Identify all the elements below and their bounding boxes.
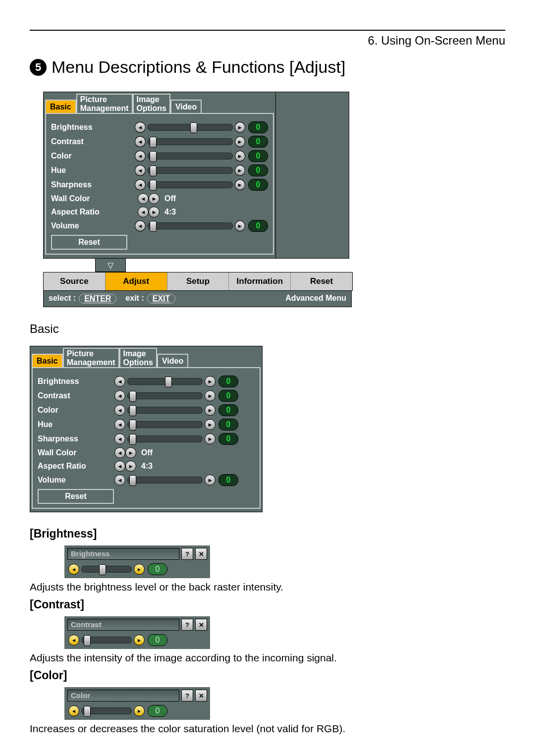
close-icon[interactable]: ✕ xyxy=(195,619,207,631)
slider-brightness[interactable] xyxy=(148,124,233,131)
arrow-left-icon[interactable]: ◂ xyxy=(114,475,125,486)
slider-color[interactable] xyxy=(81,707,132,714)
slider-brightness[interactable] xyxy=(127,378,203,385)
arrow-left-icon[interactable]: ◂ xyxy=(135,122,145,133)
help-icon[interactable]: ? xyxy=(181,690,193,702)
slider-contrast[interactable] xyxy=(81,637,132,644)
arrow-right-icon[interactable]: ▸ xyxy=(149,207,160,217)
row-brightness[interactable]: Brightness ◂ ▸ 0 xyxy=(51,121,268,133)
arrow-left-icon[interactable]: ◂ xyxy=(114,433,125,444)
document-page: 6. Using On-Screen Menu 5 Menu Descripti… xyxy=(0,0,535,756)
arrow-left-icon[interactable]: ◂ xyxy=(135,165,145,176)
arrow-right-icon[interactable]: ▸ xyxy=(134,705,145,716)
close-icon[interactable]: ✕ xyxy=(195,690,207,702)
help-select-label: select : xyxy=(49,294,76,304)
arrow-left-icon[interactable]: ◂ xyxy=(135,179,145,190)
tab-image-options[interactable]: Image Options xyxy=(119,348,157,367)
color-heading: [Color] xyxy=(30,669,505,682)
arrow-left-icon[interactable]: ◂ xyxy=(114,376,125,387)
arrow-right-icon[interactable]: ▸ xyxy=(235,220,245,231)
tab-picture-management[interactable]: Picture Management xyxy=(76,94,133,113)
row-wall-color[interactable]: Wall Color ◂ ▸ Off xyxy=(51,193,268,204)
main-tab-setup[interactable]: Setup xyxy=(167,272,229,290)
arrow-right-icon[interactable]: ▸ xyxy=(235,179,245,190)
close-icon[interactable]: ✕ xyxy=(195,548,207,560)
arrow-right-icon[interactable]: ▸ xyxy=(235,122,245,133)
row-volume[interactable]: Volume ◂ ▸ 0 xyxy=(38,474,255,486)
arrow-left-icon[interactable]: ◂ xyxy=(138,193,149,204)
arrow-right-icon[interactable]: ▸ xyxy=(205,390,215,401)
arrow-right-icon[interactable]: ▸ xyxy=(205,419,215,430)
adjust-sub-tabs: Basic Picture Management Image Options V… xyxy=(44,92,275,113)
arrow-right-icon[interactable]: ▸ xyxy=(125,447,136,458)
slider-volume[interactable] xyxy=(148,222,233,229)
arrow-left-icon[interactable]: ◂ xyxy=(114,419,125,430)
row-aspect-ratio[interactable]: Aspect Ratio ◂ ▸ 4:3 xyxy=(38,461,255,472)
reset-button[interactable]: Reset xyxy=(38,489,114,504)
section-title: Menu Descriptions & Functions [Adjust] xyxy=(52,57,345,77)
row-aspect-ratio[interactable]: Aspect Ratio ◂ ▸ 4:3 xyxy=(51,207,268,217)
arrow-left-icon[interactable]: ◂ xyxy=(114,390,125,401)
scroll-down-icon[interactable]: ▽ xyxy=(95,259,126,272)
arrow-left-icon[interactable]: ◂ xyxy=(114,405,125,416)
help-mode-label: Advanced Menu xyxy=(285,294,346,304)
arrow-left-icon[interactable]: ◂ xyxy=(68,635,79,646)
arrow-right-icon[interactable]: ▸ xyxy=(205,475,215,486)
row-sharpness[interactable]: Sharpness ◂ ▸ 0 xyxy=(38,433,255,445)
row-brightness[interactable]: Brightness ◂ ▸ 0 xyxy=(38,376,255,387)
arrow-right-icon[interactable]: ▸ xyxy=(125,461,136,472)
tab-basic[interactable]: Basic xyxy=(45,100,76,113)
arrow-right-icon[interactable]: ▸ xyxy=(235,136,245,147)
row-hue[interactable]: Hue ◂ ▸ 0 xyxy=(38,419,255,431)
row-color[interactable]: Color ◂ ▸ 0 xyxy=(51,150,268,162)
main-tab-source[interactable]: Source xyxy=(44,272,106,290)
help-icon[interactable]: ? xyxy=(181,619,193,631)
arrow-left-icon[interactable]: ◂ xyxy=(135,136,145,147)
row-contrast[interactable]: Contrast ◂ ▸ 0 xyxy=(51,136,268,148)
row-hue[interactable]: Hue ◂ ▸ 0 xyxy=(51,164,268,176)
label-brightness: Brightness xyxy=(51,123,135,132)
slider-contrast[interactable] xyxy=(148,138,233,145)
tab-basic[interactable]: Basic xyxy=(32,354,63,368)
arrow-right-icon[interactable]: ▸ xyxy=(205,405,215,416)
arrow-left-icon[interactable]: ◂ xyxy=(138,207,149,217)
main-tab-adjust[interactable]: Adjust xyxy=(106,272,167,290)
arrow-left-icon[interactable]: ◂ xyxy=(135,220,145,231)
row-volume[interactable]: Volume ◂ ▸ 0 xyxy=(51,220,268,232)
row-contrast[interactable]: Contrast ◂ ▸ 0 xyxy=(38,390,255,402)
slider-hue[interactable] xyxy=(127,421,203,428)
arrow-left-icon[interactable]: ◂ xyxy=(68,564,79,575)
slider-volume[interactable] xyxy=(127,477,203,484)
slider-contrast[interactable] xyxy=(127,392,203,399)
row-color[interactable]: Color ◂ ▸ 0 xyxy=(38,404,255,416)
slider-color[interactable] xyxy=(127,407,203,414)
arrow-left-icon[interactable]: ◂ xyxy=(114,461,125,472)
help-icon[interactable]: ? xyxy=(181,548,193,560)
slider-sharpness[interactable] xyxy=(148,181,233,188)
arrow-right-icon[interactable]: ▸ xyxy=(149,193,160,204)
main-tab-reset[interactable]: Reset xyxy=(291,272,352,290)
arrow-right-icon[interactable]: ▸ xyxy=(205,376,215,387)
arrow-right-icon[interactable]: ▸ xyxy=(235,151,245,162)
arrow-right-icon[interactable]: ▸ xyxy=(205,433,215,444)
slider-color[interactable] xyxy=(148,153,233,160)
tab-picture-management[interactable]: Picture Management xyxy=(63,348,119,367)
arrow-left-icon[interactable]: ◂ xyxy=(135,151,145,162)
row-sharpness[interactable]: Sharpness ◂ ▸ 0 xyxy=(51,179,268,191)
popup-value: 0 xyxy=(148,634,167,646)
arrow-left-icon[interactable]: ◂ xyxy=(68,705,79,716)
arrow-right-icon[interactable]: ▸ xyxy=(134,635,145,646)
slider-brightness[interactable] xyxy=(81,566,132,573)
reset-button[interactable]: Reset xyxy=(51,235,127,250)
tab-image-options[interactable]: Image Options xyxy=(133,94,170,113)
tab-video[interactable]: Video xyxy=(157,354,188,368)
slider-hue[interactable] xyxy=(148,167,233,174)
arrow-left-icon[interactable]: ◂ xyxy=(114,447,125,458)
arrow-right-icon[interactable]: ▸ xyxy=(134,564,145,575)
basic-panel: Brightness ◂ ▸ 0 Contrast ◂ ▸ 0 Co xyxy=(45,113,274,255)
slider-sharpness[interactable] xyxy=(127,435,203,442)
main-tab-information[interactable]: Information xyxy=(229,272,291,290)
tab-video[interactable]: Video xyxy=(170,100,202,113)
row-wall-color[interactable]: Wall Color ◂ ▸ Off xyxy=(38,447,255,458)
arrow-right-icon[interactable]: ▸ xyxy=(235,165,245,176)
